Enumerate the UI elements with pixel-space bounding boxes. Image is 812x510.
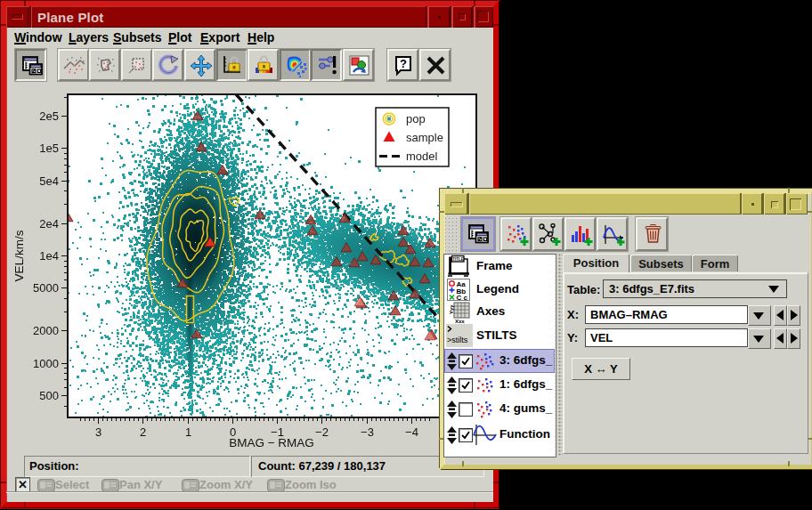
svg-text:TITLE: TITLE [452,257,464,262]
svg-text:Xxx: Xxx [455,319,465,324]
svg-text:>stilts: >stilts [447,336,468,344]
svg-text:Yyy: Yyy [449,304,454,314]
svg-text:?: ? [400,57,407,70]
